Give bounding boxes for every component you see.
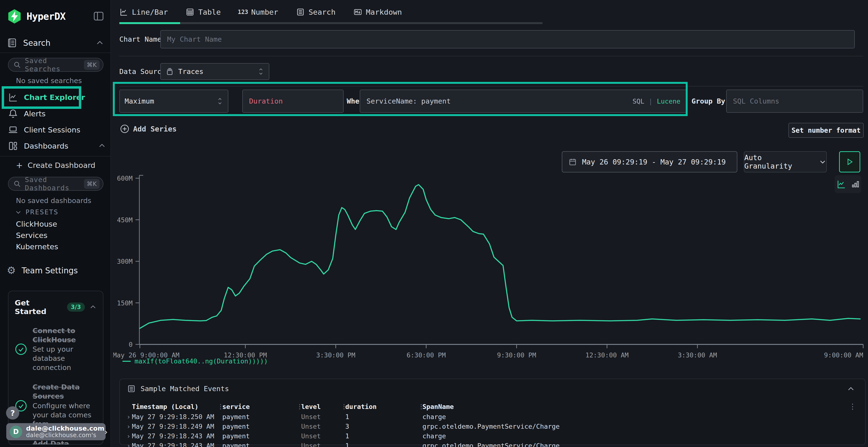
cell-service: payment [222, 412, 250, 421]
table-options-icon[interactable]: ⋮ [849, 402, 856, 411]
number-123-icon: 123 [239, 8, 247, 16]
sidebar-collapse-icon[interactable] [93, 10, 104, 22]
get-started-item-connect[interactable]: Connect to ClickHouse Set up your databa… [15, 326, 97, 372]
sample-matched-events-panel: Sample Matched Events Timestamp (Local) … [119, 379, 866, 445]
data-source-select[interactable]: Traces [160, 63, 269, 80]
column-header-level[interactable]: level [301, 401, 321, 412]
column-header-spanname[interactable]: SpanName [423, 401, 454, 412]
help-button[interactable]: ? [6, 406, 19, 419]
chevron-up-icon[interactable] [95, 38, 104, 47]
brand[interactable]: HyperDX [7, 9, 66, 24]
legend-series-label: maxIf(toFloat640..ng(Duration))))) [134, 357, 268, 365]
list-icon [127, 384, 136, 393]
where-input[interactable]: ServiceName: payment SQL | Lucene [360, 90, 687, 113]
preset-services[interactable]: Services [16, 231, 48, 240]
sql-toggle-option[interactable]: SQL [632, 98, 644, 105]
sidebar-item-client-sessions[interactable]: Client Sessions [8, 123, 80, 137]
run-query-button[interactable] [839, 151, 860, 172]
dashboards-icon [8, 141, 18, 151]
create-dashboard-button[interactable]: + Create Dashboard [16, 161, 95, 170]
cell-duration: 1 [345, 431, 349, 441]
event-row[interactable]: › May 27 9:29:18.250 AM payment Unset 1 … [120, 412, 865, 421]
field-input[interactable]: Duration [242, 90, 344, 113]
select-updown-icon [217, 97, 223, 106]
sidebar-item-label: Dashboards [24, 142, 68, 150]
line-chart-icon [119, 8, 128, 16]
add-series-button[interactable]: Add Series [120, 124, 177, 133]
chart-canvas: 0150M300M450M600MMay 26 9:00:00 AM12:30:… [113, 171, 868, 364]
sidebar-item-team-settings[interactable]: ⚙ Team Settings [7, 265, 104, 276]
tab-table[interactable]: Table [186, 0, 221, 24]
granularity-select[interactable]: Auto Granularity [744, 151, 827, 172]
row-expand-icon[interactable]: › [127, 412, 130, 421]
saved-searches-input[interactable]: Saved Searches ⌘K [8, 58, 103, 72]
active-tab-indicator [119, 22, 180, 24]
cell-duration: 1 [345, 441, 349, 447]
sidebar-item-chart-explorer[interactable]: Chart Explorer [8, 91, 85, 104]
chevron-up-icon[interactable] [89, 303, 97, 311]
search-icon [13, 180, 21, 187]
user-team: dale@clickhouse.com's [26, 432, 104, 438]
sidebar-item-label: Alerts [24, 109, 45, 118]
tab-line-bar[interactable]: Line/Bar [119, 0, 168, 24]
lucene-toggle-option[interactable]: Lucene [657, 98, 680, 105]
event-row[interactable]: › May 27 9:29:18.243 AM payment Unset 1 … [120, 441, 865, 447]
cell-timestamp: May 27 9:29:18.243 AM [132, 431, 214, 441]
bell-icon [8, 109, 18, 119]
group-by-input[interactable]: SQL Columns [726, 90, 863, 113]
events-panel-header[interactable]: Sample Matched Events [127, 384, 229, 393]
chevron-down-icon [819, 158, 826, 166]
set-number-format-button[interactable]: Set number format [788, 123, 864, 138]
cell-service: payment [222, 421, 250, 431]
column-header-service[interactable]: service [222, 401, 250, 412]
user-menu[interactable]: D dale@clickhouse.com dale@clickhouse.co… [6, 423, 105, 440]
sidebar-section-search[interactable]: Search [7, 38, 104, 48]
column-header-timestamp[interactable]: Timestamp (Local) [132, 401, 198, 412]
plus-circle-icon [120, 124, 129, 133]
group-by-label: Group By [691, 90, 725, 113]
event-row[interactable]: › May 27 9:29:18.249 AM payment Unset 3 … [120, 421, 865, 431]
tab-search[interactable]: Search [296, 0, 336, 24]
user-email: dale@clickhouse.com [26, 425, 104, 432]
saved-dashboards-input[interactable]: Saved Dashboards ⌘K [8, 177, 103, 191]
get-started-item-datasources[interactable]: Create Data Sources Configure where your… [15, 383, 97, 428]
plus-icon: + [16, 161, 23, 170]
row-expand-icon[interactable]: › [127, 431, 130, 441]
tab-label: Line/Bar [132, 8, 168, 16]
aggregation-select[interactable]: Maximum [119, 90, 228, 113]
preset-kubernetes[interactable]: Kubernetes [16, 242, 58, 251]
sidebar-item-alerts[interactable]: Alerts [8, 107, 45, 121]
play-icon [845, 158, 854, 166]
traces-source-icon [166, 67, 174, 76]
cell-spanname: charge [423, 431, 446, 441]
tab-number[interactable]: 123 Number [239, 0, 278, 24]
chevron-up-icon[interactable] [98, 142, 106, 150]
svg-text:450M: 450M [117, 216, 133, 224]
svg-text:3:30:00 AM: 3:30:00 AM [678, 351, 717, 359]
search-section-icon [7, 38, 18, 48]
divider [119, 56, 863, 56]
date-range-input[interactable]: May 26 09:29:19 - May 27 09:29:19 [562, 151, 737, 172]
cell-spanname: grpc.oteldemo.PaymentService/Charge [423, 421, 560, 431]
row-expand-icon[interactable]: › [127, 421, 130, 431]
help-label: ? [10, 409, 15, 418]
event-row[interactable]: › May 27 9:29:18.243 AM payment Unset 1 … [120, 431, 865, 441]
tab-markdown[interactable]: Markdown [353, 0, 402, 24]
chevron-down-icon [15, 209, 22, 215]
cell-service: payment [222, 441, 250, 447]
presets-toggle[interactable]: PRESETS [15, 209, 59, 216]
column-header-duration[interactable]: duration [345, 401, 377, 412]
row-expand-icon[interactable]: › [127, 441, 130, 447]
timeseries-chart[interactable]: 0150M300M450M600MMay 26 9:00:00 AM12:30:… [113, 171, 868, 364]
chart-name-label: Chart Name [119, 35, 161, 43]
chevron-up-icon[interactable] [847, 385, 855, 393]
chart-legend: maxIf(toFloat640..ng(Duration))))) [123, 357, 268, 365]
main-content: Line/Bar Table 123 Number Search Markdow… [111, 0, 868, 447]
search-doc-icon [296, 8, 305, 16]
chart-name-input[interactable]: My Chart Name [160, 30, 855, 48]
cell-timestamp: May 27 9:29:18.250 AM [132, 412, 214, 421]
preset-clickhouse[interactable]: ClickHouse [16, 220, 57, 228]
cell-spanname: grpc.oteldemo.PaymentService/Charge [423, 441, 560, 447]
sidebar-item-dashboards[interactable]: Dashboards [8, 139, 68, 153]
tab-label: Search [309, 8, 336, 16]
